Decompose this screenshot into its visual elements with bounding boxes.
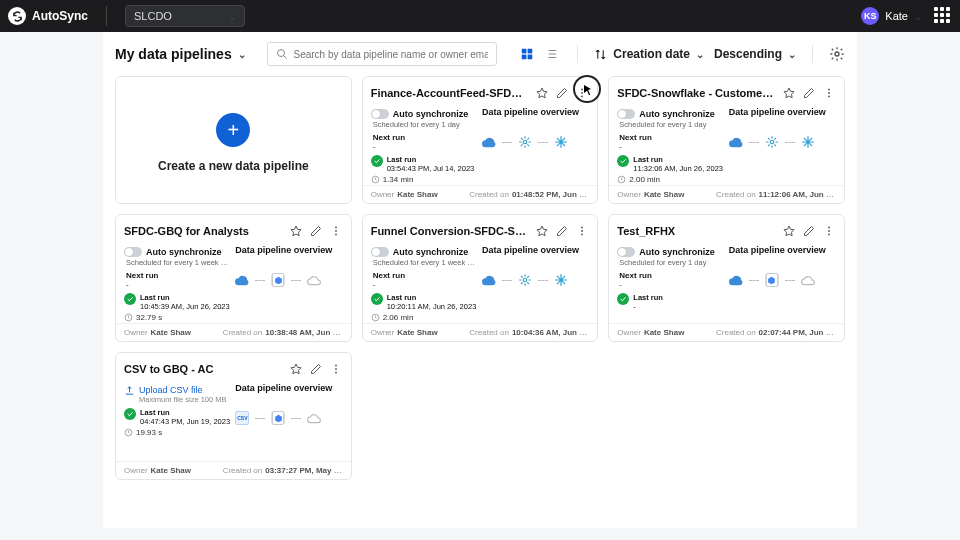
sort-field-label: Creation date bbox=[613, 47, 690, 61]
more-icon[interactable] bbox=[329, 362, 343, 376]
svg-point-30 bbox=[335, 372, 337, 374]
search-icon bbox=[276, 48, 288, 60]
owner-name: Kate Shaw bbox=[397, 190, 437, 199]
last-run-label: Last run bbox=[140, 408, 170, 417]
node-gray bbox=[801, 273, 815, 287]
last-run-label: Last run bbox=[633, 293, 663, 302]
more-icon[interactable] bbox=[575, 86, 589, 100]
more-icon[interactable] bbox=[329, 224, 343, 238]
svg-rect-4 bbox=[528, 55, 533, 60]
upload-csv[interactable]: Upload CSV fileMaximum file size 100 MB bbox=[124, 385, 231, 404]
star-icon[interactable] bbox=[535, 86, 549, 100]
list-view-button[interactable] bbox=[541, 44, 561, 64]
node-sf bbox=[801, 135, 815, 149]
edit-icon[interactable] bbox=[802, 86, 816, 100]
pipeline-card[interactable]: SFDC-Snowflake - Customer 360Auto synchr… bbox=[608, 76, 845, 204]
settings-button[interactable] bbox=[829, 46, 845, 62]
sort-field-button[interactable]: Creation date ⌄ bbox=[594, 47, 704, 61]
search-input[interactable] bbox=[294, 49, 488, 60]
duration: 19.93 s bbox=[136, 428, 162, 437]
upload-label: Upload CSV file bbox=[139, 385, 227, 395]
svg-point-13 bbox=[828, 96, 830, 98]
node-bq bbox=[271, 411, 285, 425]
pipeline-title: Finance-AccountFeed-SFDC - Snowfl… bbox=[371, 87, 530, 99]
created-value: 10:04:36 AM, Jun 19, … bbox=[512, 328, 589, 337]
svg-point-16 bbox=[335, 227, 337, 229]
status-success-icon bbox=[124, 408, 136, 420]
schedule-text: Scheduled for every 1 day bbox=[619, 258, 724, 267]
svg-point-27 bbox=[828, 234, 830, 236]
edit-icon[interactable] bbox=[555, 86, 569, 100]
last-run-label: Last run bbox=[387, 293, 417, 302]
node-bq bbox=[271, 273, 285, 287]
svg-rect-2 bbox=[528, 49, 533, 54]
page-title-dropdown[interactable]: My data pipelines ⌄ bbox=[115, 46, 246, 62]
status-success-icon bbox=[617, 155, 629, 167]
owner-label: Owner bbox=[617, 190, 641, 199]
status-success-icon bbox=[371, 293, 383, 305]
chevron-down-icon: ⌄ bbox=[914, 11, 922, 22]
edit-icon[interactable] bbox=[309, 362, 323, 376]
owner-name: Kate Shaw bbox=[644, 190, 684, 199]
svg-point-11 bbox=[828, 89, 830, 91]
svg-rect-1 bbox=[522, 49, 527, 54]
last-run-time: 04:47:43 PM, Jun 19, 2023 bbox=[140, 417, 230, 426]
duration: 2.00 min bbox=[629, 175, 660, 184]
org-selector[interactable]: SLCDO ⌄ bbox=[125, 5, 245, 27]
svg-point-10 bbox=[523, 140, 527, 144]
user-menu[interactable]: KS Kate ⌄ bbox=[861, 7, 922, 25]
pipeline-card[interactable]: SFDC-GBQ for AnalystsAuto synchronizeSch… bbox=[115, 214, 352, 342]
pipeline-card[interactable]: CSV to GBQ - ACUpload CSV fileMaximum fi… bbox=[115, 352, 352, 480]
edit-icon[interactable] bbox=[555, 224, 569, 238]
pipeline-title: CSV to GBQ - AC bbox=[124, 363, 283, 375]
create-pipeline-card[interactable]: +Create a new data pipeline bbox=[115, 76, 352, 204]
chevron-down-icon: ⌄ bbox=[788, 49, 796, 60]
auto-sync-toggle[interactable] bbox=[124, 247, 142, 257]
auto-sync-toggle[interactable] bbox=[371, 247, 389, 257]
auto-sync-toggle[interactable] bbox=[617, 247, 635, 257]
search-field[interactable] bbox=[267, 42, 497, 66]
next-run-value: - bbox=[619, 142, 724, 151]
owner-name: Kate Shaw bbox=[397, 328, 437, 337]
last-run-time: 10:45:39 AM, Jun 26, 2023 bbox=[140, 302, 230, 311]
page-title: My data pipelines bbox=[115, 46, 232, 62]
star-icon[interactable] bbox=[782, 224, 796, 238]
star-icon[interactable] bbox=[289, 224, 303, 238]
status-success-icon bbox=[371, 155, 383, 167]
next-run-value: - bbox=[373, 142, 478, 151]
more-icon[interactable] bbox=[822, 224, 836, 238]
pipeline-card[interactable]: Funnel Conversion-SFDC-SnowflakeAuto syn… bbox=[362, 214, 599, 342]
sort-direction-button[interactable]: Descending ⌄ bbox=[714, 47, 796, 61]
edit-icon[interactable] bbox=[309, 224, 323, 238]
overview-label: Data pipeline overview bbox=[235, 383, 342, 393]
pipeline-card[interactable]: Test_RFHXAuto synchronizeScheduled for e… bbox=[608, 214, 845, 342]
owner-name: Kate Shaw bbox=[644, 328, 684, 337]
toolbar: My data pipelines ⌄ Creation bbox=[115, 42, 845, 66]
auto-sync-toggle[interactable] bbox=[617, 109, 635, 119]
card-footer: OwnerKate ShawCreated on10:38:48 AM, Jun… bbox=[116, 323, 351, 341]
overview-label: Data pipeline overview bbox=[729, 245, 836, 255]
duration: 32.79 s bbox=[136, 313, 162, 322]
node-hub bbox=[518, 273, 532, 287]
star-icon[interactable] bbox=[289, 362, 303, 376]
pipeline-card[interactable]: Finance-AccountFeed-SFDC - Snowfl…Auto s… bbox=[362, 76, 599, 204]
app-switcher-icon[interactable] bbox=[934, 7, 952, 25]
svg-point-12 bbox=[828, 92, 830, 94]
auto-sync-toggle[interactable] bbox=[371, 109, 389, 119]
node-gray bbox=[307, 411, 321, 425]
overview-label: Data pipeline overview bbox=[482, 245, 589, 255]
grid-view-button[interactable] bbox=[517, 44, 537, 64]
pipeline-graph bbox=[729, 273, 836, 287]
owner-name: Kate Shaw bbox=[151, 328, 191, 337]
svg-point-6 bbox=[581, 89, 583, 91]
star-icon[interactable] bbox=[535, 224, 549, 238]
more-icon[interactable] bbox=[822, 86, 836, 100]
more-icon[interactable] bbox=[575, 224, 589, 238]
topbar: AutoSync SLCDO ⌄ KS Kate ⌄ bbox=[0, 0, 960, 32]
pipeline-graph: CSV bbox=[235, 411, 342, 425]
edit-icon[interactable] bbox=[802, 224, 816, 238]
star-icon[interactable] bbox=[782, 86, 796, 100]
svg-point-5 bbox=[835, 52, 839, 56]
status-success-icon bbox=[617, 293, 629, 305]
next-run-label: Next run bbox=[619, 271, 724, 280]
